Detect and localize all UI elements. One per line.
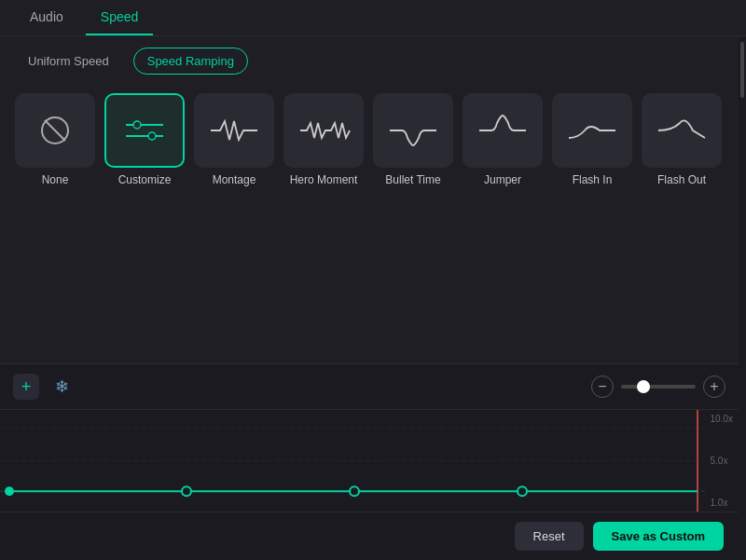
freeze-frame-btn[interactable]: ❄	[48, 374, 75, 400]
uniform-speed-btn[interactable]: Uniform Speed	[15, 48, 122, 74]
toolbar-right: − +	[591, 376, 725, 398]
svg-point-11	[182, 486, 191, 496]
zoom-out-btn[interactable]: −	[591, 376, 614, 398]
preset-flash-in-label: Flash In	[573, 173, 613, 188]
preset-none-label: None	[42, 173, 69, 188]
main-content: Uniform Speed Speed Ramping None	[0, 36, 739, 560]
svg-point-5	[148, 132, 156, 140]
speed-ramping-btn[interactable]: Speed Ramping	[133, 48, 248, 75]
preset-jumper-label: Jumper	[484, 173, 521, 188]
preset-customize-icon	[104, 93, 185, 168]
zoom-slider[interactable]	[621, 385, 696, 389]
reset-button[interactable]: Reset	[515, 522, 584, 551]
preset-grid: None Customize	[0, 86, 739, 203]
speed-graph-svg	[0, 410, 739, 512]
main-layout: Uniform Speed Speed Ramping None	[0, 36, 746, 560]
preset-customize-label: Customize	[118, 173, 172, 188]
preset-customize[interactable]: Customize	[104, 93, 185, 188]
timeline-toolbar: + ❄ − +	[0, 364, 739, 409]
timeline-area: + ❄ − +	[0, 363, 739, 560]
speed-label-1x: 1.0x	[711, 498, 733, 508]
preset-hero-moment-icon	[283, 93, 364, 168]
toolbar-left: + ❄	[13, 374, 75, 400]
speed-label-5x: 5.0x	[711, 456, 733, 466]
preset-bullet-time[interactable]: Bullet Time	[373, 93, 453, 188]
preset-hero-moment[interactable]: Hero Moment	[283, 93, 364, 188]
zoom-slider-thumb[interactable]	[637, 380, 650, 393]
preset-flash-out[interactable]: Flash Out	[642, 93, 722, 188]
preset-montage-icon	[194, 93, 274, 168]
preset-hero-moment-label: Hero Moment	[290, 173, 358, 188]
svg-line-1	[45, 120, 65, 141]
preset-jumper[interactable]: Jumper	[463, 93, 543, 188]
tab-audio[interactable]: Audio	[15, 0, 78, 35]
bottom-bar: Reset Save as Custom	[0, 512, 739, 560]
top-tabs-bar: Audio Speed	[0, 0, 746, 36]
speed-graph-labels: 10.0x 5.0x 1.0x	[711, 410, 733, 512]
preset-jumper-icon	[463, 93, 543, 168]
preset-bullet-time-icon	[373, 93, 453, 168]
preset-bullet-time-label: Bullet Time	[385, 173, 440, 188]
middle-spacer	[0, 203, 739, 363]
zoom-in-btn[interactable]: +	[703, 376, 725, 398]
preset-none-icon	[15, 93, 95, 168]
preset-flash-in-icon	[552, 93, 632, 168]
scrollbar-track[interactable]	[739, 36, 746, 560]
speed-graph: 10.0x 5.0x 1.0x	[0, 409, 739, 512]
svg-point-12	[350, 486, 359, 496]
preset-flash-out-icon	[642, 93, 722, 168]
scrollbar-thumb[interactable]	[740, 42, 744, 98]
svg-point-3	[133, 121, 141, 129]
speed-label-10x: 10.0x	[711, 414, 733, 424]
svg-point-13	[518, 486, 527, 496]
speed-modes-bar: Uniform Speed Speed Ramping	[0, 36, 739, 86]
preset-montage[interactable]: Montage	[194, 93, 274, 188]
preset-flash-in[interactable]: Flash In	[552, 93, 632, 188]
content-area: Uniform Speed Speed Ramping None	[0, 36, 739, 560]
add-keyframe-btn[interactable]: +	[13, 374, 39, 400]
preset-montage-label: Montage	[213, 173, 256, 188]
preset-none[interactable]: None	[15, 93, 95, 188]
svg-point-10	[5, 486, 14, 496]
tab-speed[interactable]: Speed	[86, 0, 153, 35]
preset-flash-out-label: Flash Out	[657, 173, 706, 188]
save-as-custom-button[interactable]: Save as Custom	[593, 522, 724, 551]
